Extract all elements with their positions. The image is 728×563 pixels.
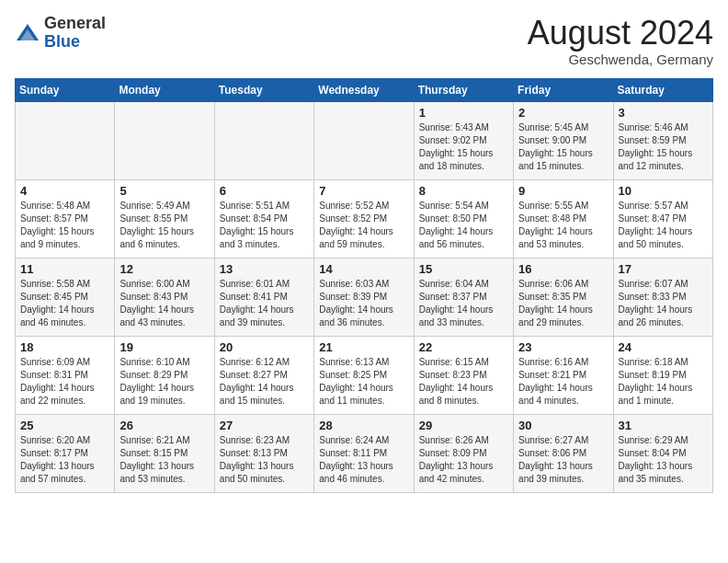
day-info: Sunrise: 6:12 AMSunset: 8:27 PMDaylight:… — [220, 356, 309, 408]
calendar-day-10: 10Sunrise: 5:57 AMSunset: 8:47 PMDayligh… — [613, 179, 712, 258]
day-info: Sunrise: 5:45 AMSunset: 9:00 PMDaylight:… — [518, 121, 608, 173]
day-info: Sunrise: 6:03 AMSunset: 8:39 PMDaylight:… — [319, 278, 408, 329]
day-number: 19 — [119, 340, 209, 354]
day-info: Sunrise: 5:49 AMSunset: 8:55 PMDaylight:… — [119, 200, 209, 251]
day-number: 22 — [419, 340, 508, 354]
calendar-day-20: 20Sunrise: 6:12 AMSunset: 8:27 PMDayligh… — [214, 336, 313, 414]
day-info: Sunrise: 6:10 AMSunset: 8:29 PMDaylight:… — [119, 356, 209, 408]
weekday-thursday: Thursday — [414, 78, 513, 101]
calendar-day-16: 16Sunrise: 6:06 AMSunset: 8:35 PMDayligh… — [514, 258, 613, 336]
day-info: Sunrise: 6:15 AMSunset: 8:23 PMDaylight:… — [419, 356, 508, 408]
day-number: 15 — [419, 262, 508, 276]
calendar-week-row: 11Sunrise: 5:58 AMSunset: 8:45 PMDayligh… — [16, 258, 713, 336]
day-number: 8 — [419, 184, 508, 198]
day-info: Sunrise: 6:26 AMSunset: 8:09 PMDaylight:… — [419, 434, 508, 486]
day-info: Sunrise: 6:18 AMSunset: 8:19 PMDaylight:… — [619, 356, 708, 408]
calendar-day-14: 14Sunrise: 6:03 AMSunset: 8:39 PMDayligh… — [314, 258, 414, 336]
calendar-week-row: 25Sunrise: 6:20 AMSunset: 8:17 PMDayligh… — [16, 414, 713, 492]
calendar-day-12: 12Sunrise: 6:00 AMSunset: 8:43 PMDayligh… — [115, 258, 214, 336]
calendar-day-28: 28Sunrise: 6:24 AMSunset: 8:11 PMDayligh… — [314, 414, 414, 492]
day-number: 10 — [619, 184, 708, 198]
calendar-table: SundayMondayTuesdayWednesdayThursdayFrid… — [15, 78, 713, 493]
day-number: 26 — [119, 419, 209, 432]
day-info: Sunrise: 5:57 AMSunset: 8:47 PMDaylight:… — [619, 200, 708, 251]
calendar-day-31: 31Sunrise: 6:29 AMSunset: 8:04 PMDayligh… — [613, 414, 712, 492]
calendar-day-5: 5Sunrise: 5:49 AMSunset: 8:55 PMDaylight… — [115, 179, 214, 258]
calendar-day-2: 2Sunrise: 5:45 AMSunset: 9:00 PMDaylight… — [514, 101, 613, 179]
day-info: Sunrise: 6:16 AMSunset: 8:21 PMDaylight:… — [518, 356, 608, 408]
calendar-day-19: 19Sunrise: 6:10 AMSunset: 8:29 PMDayligh… — [115, 336, 214, 414]
day-number: 7 — [319, 184, 408, 198]
calendar-day-9: 9Sunrise: 5:55 AMSunset: 8:48 PMDaylight… — [514, 179, 613, 258]
calendar-day-11: 11Sunrise: 5:58 AMSunset: 8:45 PMDayligh… — [16, 258, 115, 336]
calendar-empty-cell — [115, 101, 214, 179]
day-number: 11 — [20, 262, 109, 276]
weekday-header-row: SundayMondayTuesdayWednesdayThursdayFrid… — [16, 78, 713, 101]
day-number: 20 — [220, 340, 309, 354]
logo-general-text: General — [44, 15, 106, 33]
day-number: 1 — [419, 106, 508, 120]
day-info: Sunrise: 5:54 AMSunset: 8:50 PMDaylight:… — [419, 200, 508, 251]
weekday-friday: Friday — [514, 78, 613, 101]
calendar-day-6: 6Sunrise: 5:51 AMSunset: 8:54 PMDaylight… — [214, 179, 313, 258]
day-number: 27 — [220, 419, 309, 432]
calendar-day-13: 13Sunrise: 6:01 AMSunset: 8:41 PMDayligh… — [214, 258, 313, 336]
day-number: 23 — [518, 340, 608, 354]
day-number: 12 — [119, 262, 209, 276]
calendar-day-21: 21Sunrise: 6:13 AMSunset: 8:25 PMDayligh… — [314, 336, 414, 414]
day-number: 30 — [518, 419, 608, 432]
day-number: 9 — [518, 184, 608, 198]
calendar-day-22: 22Sunrise: 6:15 AMSunset: 8:23 PMDayligh… — [414, 336, 513, 414]
calendar-week-row: 1Sunrise: 5:43 AMSunset: 9:02 PMDaylight… — [16, 101, 713, 179]
weekday-tuesday: Tuesday — [214, 78, 313, 101]
day-info: Sunrise: 6:23 AMSunset: 8:13 PMDaylight:… — [220, 434, 309, 486]
day-info: Sunrise: 5:52 AMSunset: 8:52 PMDaylight:… — [319, 200, 408, 251]
day-number: 21 — [319, 340, 408, 354]
title-block: August 2024 Geschwenda, Germany — [528, 15, 713, 67]
calendar-day-3: 3Sunrise: 5:46 AMSunset: 8:59 PMDaylight… — [613, 101, 712, 179]
logo-text: General Blue — [44, 15, 106, 52]
day-info: Sunrise: 6:06 AMSunset: 8:35 PMDaylight:… — [518, 278, 608, 329]
calendar-day-17: 17Sunrise: 6:07 AMSunset: 8:33 PMDayligh… — [613, 258, 712, 336]
day-number: 13 — [220, 262, 309, 276]
day-number: 25 — [20, 419, 109, 432]
day-info: Sunrise: 6:29 AMSunset: 8:04 PMDaylight:… — [619, 434, 708, 486]
calendar-day-7: 7Sunrise: 5:52 AMSunset: 8:52 PMDaylight… — [314, 179, 414, 258]
page-header: General Blue August 2024 Geschwenda, Ger… — [15, 15, 713, 67]
day-info: Sunrise: 5:55 AMSunset: 8:48 PMDaylight:… — [518, 200, 608, 251]
logo-icon — [15, 20, 40, 46]
calendar-day-25: 25Sunrise: 6:20 AMSunset: 8:17 PMDayligh… — [16, 414, 115, 492]
day-info: Sunrise: 5:51 AMSunset: 8:54 PMDaylight:… — [220, 200, 309, 251]
location: Geschwenda, Germany — [528, 52, 713, 67]
calendar-week-row: 4Sunrise: 5:48 AMSunset: 8:57 PMDaylight… — [16, 179, 713, 258]
calendar-empty-cell — [214, 101, 313, 179]
day-number: 14 — [319, 262, 408, 276]
day-number: 4 — [20, 184, 109, 198]
day-number: 6 — [220, 184, 309, 198]
day-number: 16 — [518, 262, 608, 276]
day-info: Sunrise: 6:09 AMSunset: 8:31 PMDaylight:… — [20, 356, 109, 408]
calendar-day-4: 4Sunrise: 5:48 AMSunset: 8:57 PMDaylight… — [16, 179, 115, 258]
calendar-day-24: 24Sunrise: 6:18 AMSunset: 8:19 PMDayligh… — [613, 336, 712, 414]
day-info: Sunrise: 5:48 AMSunset: 8:57 PMDaylight:… — [20, 200, 109, 251]
logo-blue-text: Blue — [44, 33, 106, 52]
calendar-empty-cell — [16, 101, 115, 179]
calendar-body: 1Sunrise: 5:43 AMSunset: 9:02 PMDaylight… — [16, 101, 713, 492]
day-info: Sunrise: 5:58 AMSunset: 8:45 PMDaylight:… — [20, 278, 109, 329]
day-number: 31 — [619, 419, 708, 432]
calendar-day-23: 23Sunrise: 6:16 AMSunset: 8:21 PMDayligh… — [514, 336, 613, 414]
calendar-day-26: 26Sunrise: 6:21 AMSunset: 8:15 PMDayligh… — [115, 414, 214, 492]
day-info: Sunrise: 6:01 AMSunset: 8:41 PMDaylight:… — [220, 278, 309, 329]
day-number: 18 — [20, 340, 109, 354]
calendar-day-27: 27Sunrise: 6:23 AMSunset: 8:13 PMDayligh… — [214, 414, 313, 492]
day-info: Sunrise: 6:07 AMSunset: 8:33 PMDaylight:… — [619, 278, 708, 329]
day-info: Sunrise: 6:27 AMSunset: 8:06 PMDaylight:… — [518, 434, 608, 486]
day-number: 28 — [319, 419, 408, 432]
day-info: Sunrise: 6:04 AMSunset: 8:37 PMDaylight:… — [419, 278, 508, 329]
calendar-day-29: 29Sunrise: 6:26 AMSunset: 8:09 PMDayligh… — [414, 414, 513, 492]
calendar-day-15: 15Sunrise: 6:04 AMSunset: 8:37 PMDayligh… — [414, 258, 513, 336]
day-info: Sunrise: 6:24 AMSunset: 8:11 PMDaylight:… — [319, 434, 408, 486]
day-info: Sunrise: 5:43 AMSunset: 9:02 PMDaylight:… — [419, 121, 508, 173]
logo: General Blue — [15, 15, 106, 52]
day-info: Sunrise: 5:46 AMSunset: 8:59 PMDaylight:… — [619, 121, 708, 173]
